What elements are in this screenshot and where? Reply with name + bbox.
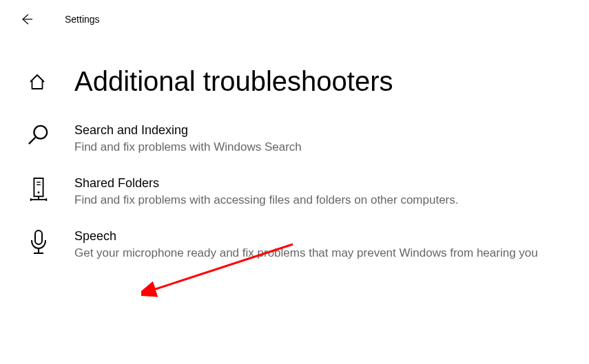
item-description: Get your microphone ready and fix proble… bbox=[74, 245, 561, 261]
back-arrow-icon bbox=[19, 12, 33, 26]
header-bar: Settings bbox=[0, 0, 589, 39]
microphone-icon bbox=[28, 229, 50, 257]
item-content: Shared Folders Find and fix problems wit… bbox=[74, 176, 561, 208]
troubleshooter-speech[interactable]: Speech Get your microphone ready and fix… bbox=[28, 224, 561, 277]
item-description: Find and fix problems with Windows Searc… bbox=[74, 139, 561, 156]
page-title-row: Additional troubleshooters bbox=[0, 39, 589, 118]
item-content: Search and Indexing Find and fix problem… bbox=[74, 123, 561, 156]
item-title: Shared Folders bbox=[74, 176, 561, 191]
item-description: Find and fix problems with accessing fil… bbox=[74, 192, 561, 208]
server-icon bbox=[28, 176, 50, 204]
troubleshooter-search-indexing[interactable]: Search and Indexing Find and fix problem… bbox=[28, 118, 561, 171]
svg-rect-2 bbox=[34, 178, 43, 196]
svg-rect-10 bbox=[35, 231, 42, 244]
item-title: Speech bbox=[74, 229, 561, 244]
item-title: Search and Indexing bbox=[74, 123, 561, 138]
svg-line-1 bbox=[29, 138, 35, 144]
troubleshooter-shared-folders[interactable]: Shared Folders Find and fix problems wit… bbox=[28, 171, 561, 224]
svg-point-5 bbox=[38, 191, 40, 193]
svg-point-0 bbox=[34, 126, 47, 139]
item-content: Speech Get your microphone ready and fix… bbox=[74, 229, 561, 261]
search-icon bbox=[28, 123, 50, 151]
troubleshooter-list: Search and Indexing Find and fix problem… bbox=[0, 118, 589, 276]
page-title: Additional troubleshooters bbox=[74, 66, 393, 97]
header-title: Settings bbox=[65, 14, 100, 25]
home-icon[interactable] bbox=[28, 72, 47, 92]
back-button[interactable] bbox=[17, 10, 36, 29]
